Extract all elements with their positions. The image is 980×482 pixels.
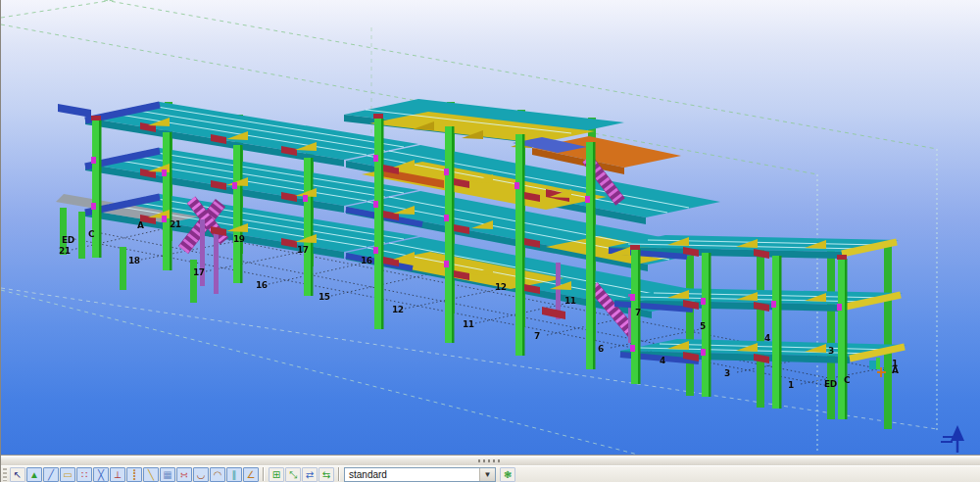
corner-detail — [869, 358, 886, 377]
grid-label: 15 — [318, 293, 330, 302]
grid-label: 21 — [59, 247, 71, 256]
grid-label: 4 — [764, 334, 770, 343]
toolbar-separator — [338, 467, 340, 481]
snap-points-icon[interactable]: ▲ — [26, 467, 42, 482]
grid-label: A — [137, 221, 143, 230]
snap-free-points-icon[interactable]: ╲ — [143, 467, 159, 482]
snap-tangent-points-icon[interactable]: ◠ — [210, 467, 225, 482]
grid-label: 19 — [233, 235, 245, 244]
grid-label: 3 — [724, 369, 730, 378]
grid-label: 17 — [193, 268, 205, 277]
grid-label: 4 — [660, 357, 665, 365]
chevron-down-icon[interactable]: ▼ — [479, 468, 495, 481]
lock-x-coordinate-icon[interactable]: ⇄ — [302, 467, 318, 482]
grid-label: C — [844, 376, 850, 385]
grid-label: 12 — [495, 283, 507, 292]
snap-reference-lines-icon[interactable]: ▭ — [60, 467, 75, 482]
model-viewport[interactable]: EDEDCCAA21211819171716161512121111776544… — [1, 0, 980, 455]
snap-lines-icon[interactable]: ╱ — [43, 467, 59, 482]
grid-label: 6 — [598, 345, 604, 354]
snap-perpendicular-icon[interactable]: ⟂ — [110, 467, 125, 482]
snap-grid-points-icon[interactable]: ∷ — [76, 467, 92, 482]
grid-label: 11 — [463, 320, 474, 329]
snap-icon-strip: ↖▲╱▭∷╳⟂┋╲▦∺◡◠∥∠⊞⤡⇄⇆ — [10, 467, 334, 482]
grid-label: 1 — [788, 381, 794, 390]
grid-label: 11 — [564, 297, 576, 306]
tekla-model-window: EDEDCCAA21211819171716161512121111776544… — [0, 0, 980, 482]
grid-label: 21 — [170, 220, 181, 229]
grid-label: 5 — [700, 322, 706, 331]
combobox-value: standard — [349, 469, 479, 480]
grid-label: ED — [824, 380, 837, 389]
grid-label: 17 — [297, 246, 309, 255]
grid-label: C — [88, 230, 94, 239]
lock-y-coordinate-icon[interactable]: ⇆ — [318, 467, 334, 482]
toolbar-drag-handle[interactable] — [3, 468, 7, 481]
snap-line-extension-icon[interactable]: ┋ — [126, 467, 142, 482]
grid-label: ED — [62, 236, 74, 245]
toolbar-separator — [263, 467, 265, 481]
grid-label: 7 — [635, 309, 641, 317]
phase-standard-combobox[interactable]: standard ▼ — [344, 467, 496, 482]
snap-end-points-icon[interactable]: ∺ — [176, 467, 192, 482]
grid-label: 7 — [534, 332, 540, 341]
grid-label: 18 — [128, 257, 140, 265]
splitter-grip-icon[interactable] — [478, 459, 500, 462]
structural-model — [56, 99, 906, 429]
snap-angle-icon[interactable]: ∠ — [243, 467, 259, 482]
select-cursor-icon[interactable]: ↖ — [10, 467, 25, 482]
origin-symbol-icon — [941, 425, 964, 453]
grid-label: 12 — [392, 306, 404, 314]
relative-coordinates-icon[interactable]: ⤡ — [285, 467, 301, 482]
snap-toolbar: ↖▲╱▭∷╳⟂┋╲▦∺◡◠∥∠⊞⤡⇄⇆ standard ▼ ❃ — [1, 465, 980, 482]
snap-center-points-icon[interactable]: ◡ — [193, 467, 209, 482]
ortho-snap-icon[interactable]: ⊞ — [269, 467, 284, 482]
snap-parallel-icon[interactable]: ∥ — [226, 467, 242, 482]
grid-label: 3 — [828, 347, 834, 356]
snap-settings-icon[interactable]: ❃ — [500, 467, 515, 482]
grid-label: 1 — [892, 360, 898, 368]
snap-intersections-icon[interactable]: ╳ — [93, 467, 109, 482]
snap-any-position-icon[interactable]: ▦ — [160, 467, 175, 482]
horizontal-splitter[interactable] — [1, 455, 980, 465]
grid-label: 16 — [361, 257, 372, 265]
grid-label: 16 — [256, 281, 268, 290]
